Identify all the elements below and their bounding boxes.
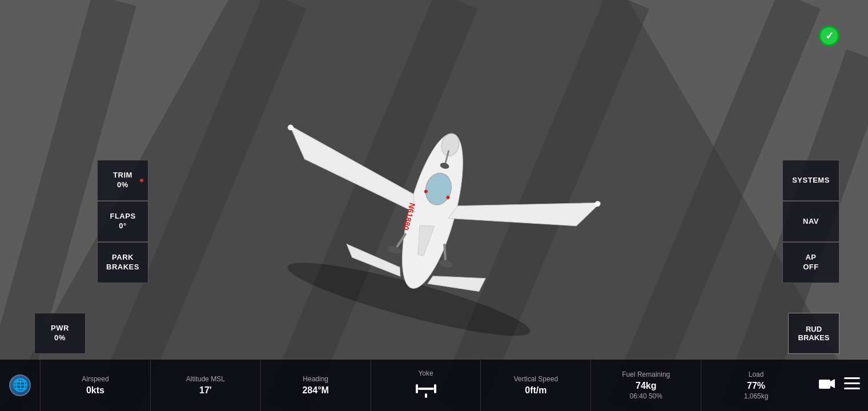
hud-yoke: Yoke <box>371 360 481 411</box>
nav-button[interactable]: NAV <box>782 201 839 242</box>
pwr-button[interactable]: PWR 0% <box>34 313 86 354</box>
svg-rect-24 <box>418 388 434 390</box>
ap-value: OFF <box>803 263 819 272</box>
hud-load: Load 77% 1,065kg <box>701 360 811 411</box>
altitude-value: 17' <box>199 385 212 396</box>
check-icon: ✓ <box>825 30 834 42</box>
load-label: Load <box>749 370 764 378</box>
globe-button[interactable]: 🌐 <box>0 374 40 396</box>
flaps-button[interactable]: FLAPS 0° <box>97 201 148 242</box>
pwr-value: 0% <box>54 333 66 343</box>
fuel-value: 74kg <box>636 381 656 391</box>
trim-value: 0% <box>117 180 128 190</box>
hud-heading: Heading 284°M <box>260 360 371 411</box>
hud-fuel: Fuel Remaining 74kg 06:40 50% <box>590 360 701 411</box>
yoke-label: Yoke <box>418 369 433 377</box>
fuel-sub: 06:40 50% <box>630 392 662 400</box>
svg-rect-28 <box>819 380 830 389</box>
heading-label: Heading <box>303 375 328 383</box>
trim-button[interactable]: TRIM 0% <box>97 160 148 201</box>
hud-right-controls <box>811 377 868 393</box>
rud-brakes-button[interactable]: RUD BRAKES <box>788 313 839 354</box>
ap-button[interactable]: AP OFF <box>782 242 839 283</box>
flaps-value: 0° <box>119 221 126 231</box>
left-panel: TRIM 0% FLAPS 0° PARKBRAKES <box>97 160 148 283</box>
systems-button[interactable]: SYSTEMS <box>782 160 839 201</box>
load-sub: 1,065kg <box>744 392 769 400</box>
hud-altitude: Altitude MSL 17' <box>150 360 260 411</box>
globe-icon: 🌐 <box>9 374 31 396</box>
hud-bar: 🌐 Airspeed 0kts Altitude MSL 17' Heading… <box>0 360 868 411</box>
hud-vertical-speed: Vertical Speed 0ft/m <box>480 360 590 411</box>
systems-label: SYSTEMS <box>792 176 830 186</box>
svg-rect-26 <box>434 384 436 393</box>
heading-value: 284°M <box>302 385 328 396</box>
nav-label: NAV <box>803 217 819 227</box>
svg-rect-31 <box>844 382 860 384</box>
yoke-icon <box>413 380 439 402</box>
rud-label: RUD <box>806 325 822 333</box>
camera-button[interactable] <box>819 377 835 393</box>
pwr-label: PWR <box>51 324 69 333</box>
trim-wrapper: TRIM 0% <box>97 160 148 201</box>
airspeed-label: Airspeed <box>82 375 108 383</box>
trim-label: TRIM <box>113 171 132 180</box>
trim-indicator <box>140 179 143 182</box>
hud-airspeed: Airspeed 0kts <box>40 360 150 411</box>
svg-rect-27 <box>425 393 427 398</box>
altitude-label: Altitude MSL <box>186 375 225 383</box>
app: N61880 ✓ TRIM 0% FLAPS 0° PARKBRAKES <box>0 0 868 411</box>
vertical-speed-label: Vertical Speed <box>514 375 558 383</box>
svg-rect-30 <box>844 377 860 379</box>
load-value: 77% <box>747 381 765 391</box>
svg-marker-29 <box>830 379 835 388</box>
svg-rect-25 <box>416 384 418 393</box>
status-indicator: ✓ <box>819 26 839 46</box>
ap-label: AP <box>805 253 816 263</box>
airspeed-value: 0kts <box>86 385 105 396</box>
vertical-speed-value: 0ft/m <box>525 385 546 396</box>
menu-button[interactable] <box>844 377 860 393</box>
park-brakes-button[interactable]: PARKBRAKES <box>97 242 148 283</box>
fuel-label: Fuel Remaining <box>622 370 670 378</box>
rud-value: BRAKES <box>798 333 830 342</box>
flaps-label: FLAPS <box>110 212 135 221</box>
right-panel: SYSTEMS NAV AP OFF <box>782 160 839 283</box>
svg-rect-32 <box>844 388 860 389</box>
svg-point-14 <box>387 245 401 255</box>
park-brakes-label: PARKBRAKES <box>106 253 139 272</box>
